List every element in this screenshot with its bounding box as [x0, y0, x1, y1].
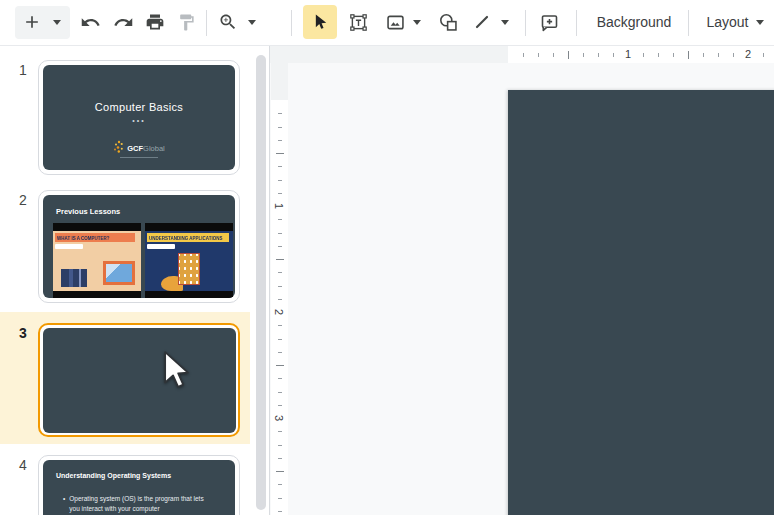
logo-tagline-line: [120, 157, 158, 158]
line-icon: [472, 12, 492, 32]
ruler-tick: [276, 365, 284, 366]
ruler-tick: [568, 51, 569, 59]
ruler-tick: [278, 339, 282, 340]
ruler-tick: [278, 511, 282, 512]
slide-2-number: 2: [14, 192, 32, 208]
chevron-down-icon: [248, 20, 256, 25]
ruler-label: 2: [273, 306, 285, 318]
ruler-tick: [278, 233, 282, 234]
ruler-tick: [613, 53, 614, 57]
video-banner: WHAT IS A COMPUTER?: [55, 233, 135, 242]
ruler-tick: [278, 193, 282, 194]
gcf-logo-burst-icon: [113, 140, 124, 153]
add-comment-icon: [539, 12, 560, 33]
paint-format-icon: [177, 13, 196, 32]
layout-button[interactable]: Layout: [698, 5, 772, 39]
ruler-tick: [658, 53, 659, 57]
gcf-logo: GCFGlobal: [43, 137, 235, 158]
mouse-cursor-icon: [163, 351, 189, 390]
ruler-tick: [278, 299, 282, 300]
layout-button-label: Layout: [706, 14, 748, 30]
slide-editing-area[interactable]: [508, 90, 774, 515]
slide-1-number: 1: [14, 62, 32, 78]
redo-button[interactable]: [108, 5, 138, 39]
ruler-tick: [673, 53, 674, 57]
ruler-tick: [763, 53, 764, 57]
video-thumbnail-what-is-a-computer: WHAT IS A COMPUTER?: [53, 223, 141, 298]
undo-button[interactable]: [75, 5, 105, 39]
shape-icon: [438, 12, 459, 33]
ruler-tick: [278, 484, 282, 485]
ruler-tick: [278, 458, 282, 459]
toolbar-divider: [206, 10, 207, 36]
ruler-tick: [538, 53, 539, 57]
slide-4-title: Understanding Operating Systems: [56, 472, 171, 479]
ruler-tick: [278, 431, 282, 432]
paint-format-button[interactable]: [171, 5, 201, 39]
toolbar-divider: [291, 10, 292, 36]
print-icon: [145, 12, 165, 32]
background-button[interactable]: Background: [588, 5, 680, 39]
undo-icon: [80, 12, 101, 33]
slide-3-number: 3: [14, 325, 32, 341]
slide-2-thumbnail[interactable]: Previous Lessons WHAT IS A COMPUTER? UND…: [38, 190, 240, 303]
chevron-down-icon: [53, 20, 61, 25]
chevron-down-icon: [501, 20, 509, 25]
zoom-icon: [218, 12, 238, 32]
ruler-label: 3: [273, 412, 285, 424]
text-box-button[interactable]: [343, 5, 373, 39]
insert-image-button[interactable]: [380, 5, 410, 39]
slide-4-preview: Understanding Operating Systems Operatin…: [43, 460, 235, 515]
ruler-tick: [733, 53, 734, 57]
main-area: 1 Computer Basics •••: [0, 46, 774, 515]
new-slide-dropdown[interactable]: [49, 5, 65, 39]
zoom-dropdown[interactable]: [244, 5, 260, 39]
ruler-tick: [278, 392, 282, 393]
ruler-tick: [278, 113, 282, 114]
insert-image-dropdown[interactable]: [409, 5, 425, 39]
ruler-tick: [278, 286, 282, 287]
ruler-tick: [276, 471, 284, 472]
insert-shape-button[interactable]: [433, 5, 463, 39]
slide-1-preview: Computer Basics ••• GCFGlobal: [43, 65, 235, 170]
ruler-label: 1: [273, 200, 285, 212]
horizontal-ruler: 1 2: [270, 46, 774, 63]
horizontal-ruler-ticks: 1 2: [508, 46, 774, 63]
ruler-tick: [718, 53, 719, 57]
ruler-tick: [278, 219, 282, 220]
ruler-tick: [278, 325, 282, 326]
slide-1-title: Computer Basics: [43, 101, 235, 113]
logo-text-light: Global: [143, 144, 165, 153]
ruler-tick: [278, 180, 282, 181]
slide-4-number: 4: [14, 457, 32, 473]
new-slide-button[interactable]: [17, 5, 47, 39]
print-button[interactable]: [140, 5, 170, 39]
toolbar-divider: [688, 10, 689, 36]
ruler-tick: [278, 272, 282, 273]
slide-2-title: Previous Lessons: [56, 207, 120, 216]
slide-2-preview: Previous Lessons WHAT IS A COMPUTER? UND…: [43, 195, 235, 298]
ruler-tick: [276, 259, 284, 260]
slide-1-thumbnail[interactable]: Computer Basics ••• GCFGlobal: [38, 60, 240, 175]
ruler-tick: [278, 352, 282, 353]
vertical-ruler: 1 2 3: [271, 63, 288, 515]
ruler-label: 2: [742, 48, 754, 60]
ruler-tick: [278, 405, 282, 406]
ruler-tick: [583, 53, 584, 57]
zoom-button[interactable]: [213, 5, 243, 39]
video-sub-label: [147, 244, 175, 249]
filmstrip-scrollbar[interactable]: [256, 55, 266, 510]
insert-line-dropdown[interactable]: [497, 5, 513, 39]
redo-icon: [113, 12, 134, 33]
ruler-tick: [278, 378, 282, 379]
add-comment-button[interactable]: [534, 5, 564, 39]
select-tool-button[interactable]: [303, 5, 337, 39]
ruler-tick: [276, 153, 284, 154]
ruler-tick: [278, 445, 282, 446]
insert-line-button[interactable]: [467, 5, 497, 39]
ruler-tick: [688, 51, 689, 59]
slide-4-thumbnail[interactable]: Understanding Operating Systems Operatin…: [38, 455, 240, 515]
ruler-tick: [553, 53, 554, 57]
slide-3-thumbnail[interactable]: [38, 323, 240, 437]
monitor-illustration: [103, 261, 135, 285]
